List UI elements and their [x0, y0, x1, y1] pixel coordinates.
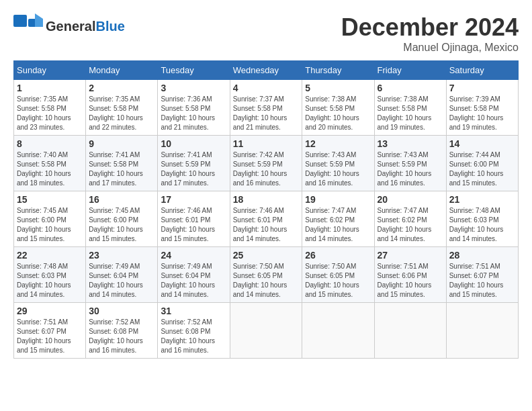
day-number: 30: [89, 306, 154, 316]
calendar-cell: 23 Sunrise: 7:49 AMSunset: 6:04 PMDaylig…: [86, 247, 158, 303]
day-info: Sunrise: 7:38 AMSunset: 5:58 PMDaylight:…: [378, 95, 443, 132]
day-info: Sunrise: 7:47 AMSunset: 6:02 PMDaylight:…: [378, 206, 443, 244]
day-number: 8: [17, 138, 83, 149]
calendar-cell: 28 Sunrise: 7:51 AMSunset: 6:07 PMDaylig…: [446, 247, 518, 303]
day-info: Sunrise: 7:47 AMSunset: 6:02 PMDaylight:…: [305, 206, 371, 244]
svg-marker-2: [35, 13, 43, 27]
day-number: 4: [233, 83, 300, 93]
day-info: Sunrise: 7:38 AMSunset: 5:58 PMDaylight:…: [305, 95, 371, 132]
day-number: 13: [378, 138, 443, 149]
day-info: Sunrise: 7:46 AMSunset: 6:01 PMDaylight:…: [161, 206, 226, 244]
day-info: Sunrise: 7:45 AMSunset: 6:00 PMDaylight:…: [89, 206, 154, 244]
day-number: 29: [17, 306, 83, 316]
day-info: Sunrise: 7:48 AMSunset: 6:03 PMDaylight:…: [17, 262, 83, 300]
day-number: 9: [89, 138, 154, 149]
logo: GeneralBlue: [13, 13, 125, 39]
calendar-cell: 6 Sunrise: 7:38 AMSunset: 5:58 PMDayligh…: [374, 80, 446, 136]
svg-rect-0: [13, 15, 27, 27]
calendar-cell: 14 Sunrise: 7:44 AMSunset: 6:00 PMDaylig…: [446, 136, 518, 191]
day-number: 24: [161, 250, 226, 261]
calendar-cell: [302, 303, 374, 359]
day-info: Sunrise: 7:48 AMSunset: 6:03 PMDaylight:…: [449, 206, 515, 244]
day-info: Sunrise: 7:37 AMSunset: 5:58 PMDaylight:…: [233, 95, 300, 132]
calendar-week-row: 8 Sunrise: 7:40 AMSunset: 5:58 PMDayligh…: [14, 136, 519, 191]
calendar-cell: 18 Sunrise: 7:46 AMSunset: 6:01 PMDaylig…: [230, 191, 302, 247]
day-info: Sunrise: 7:42 AMSunset: 5:59 PMDaylight:…: [233, 150, 300, 188]
calendar: SundayMondayTuesdayWednesdayThursdayFrid…: [13, 60, 519, 359]
day-info: Sunrise: 7:39 AMSunset: 5:58 PMDaylight:…: [449, 95, 515, 132]
day-number: 26: [305, 250, 371, 261]
day-number: 19: [305, 194, 371, 205]
calendar-cell: [446, 303, 518, 359]
day-number: 11: [233, 138, 300, 149]
calendar-cell: 24 Sunrise: 7:49 AMSunset: 6:04 PMDaylig…: [158, 247, 230, 303]
calendar-cell: 15 Sunrise: 7:45 AMSunset: 6:00 PMDaylig…: [14, 191, 86, 247]
weekday-header-row: SundayMondayTuesdayWednesdayThursdayFrid…: [14, 61, 519, 80]
calendar-cell: 8 Sunrise: 7:40 AMSunset: 5:58 PMDayligh…: [14, 136, 86, 191]
weekday-header: Saturday: [446, 61, 518, 80]
day-info: Sunrise: 7:50 AMSunset: 6:05 PMDaylight:…: [305, 262, 371, 300]
calendar-cell: 17 Sunrise: 7:46 AMSunset: 6:01 PMDaylig…: [158, 191, 230, 247]
calendar-cell: 29 Sunrise: 7:51 AMSunset: 6:07 PMDaylig…: [14, 303, 86, 359]
day-info: Sunrise: 7:40 AMSunset: 5:58 PMDaylight:…: [17, 150, 83, 188]
day-number: 17: [161, 194, 226, 205]
title-block: December 2024 Manuel Ojinaga, Mexico: [341, 13, 519, 54]
weekday-header: Wednesday: [230, 61, 302, 80]
day-number: 15: [17, 194, 83, 205]
calendar-cell: 22 Sunrise: 7:48 AMSunset: 6:03 PMDaylig…: [14, 247, 86, 303]
day-info: Sunrise: 7:50 AMSunset: 6:05 PMDaylight:…: [233, 262, 300, 300]
weekday-header: Thursday: [302, 61, 374, 80]
calendar-cell: 30 Sunrise: 7:52 AMSunset: 6:08 PMDaylig…: [86, 303, 158, 359]
weekday-header: Sunday: [14, 61, 86, 80]
calendar-cell: 21 Sunrise: 7:48 AMSunset: 6:03 PMDaylig…: [446, 191, 518, 247]
day-number: 20: [378, 194, 443, 205]
day-number: 6: [378, 83, 443, 93]
day-number: 21: [449, 194, 515, 205]
day-number: 5: [305, 83, 371, 93]
calendar-cell: 9 Sunrise: 7:41 AMSunset: 5:58 PMDayligh…: [86, 136, 158, 191]
day-info: Sunrise: 7:49 AMSunset: 6:04 PMDaylight:…: [161, 262, 226, 300]
calendar-cell: 12 Sunrise: 7:43 AMSunset: 5:59 PMDaylig…: [302, 136, 374, 191]
day-number: 22: [17, 250, 83, 261]
calendar-cell: 4 Sunrise: 7:37 AMSunset: 5:58 PMDayligh…: [230, 80, 302, 136]
logo-general: General: [46, 19, 95, 34]
logo-icon: [13, 13, 43, 39]
calendar-cell: 7 Sunrise: 7:39 AMSunset: 5:58 PMDayligh…: [446, 80, 518, 136]
calendar-cell: 11 Sunrise: 7:42 AMSunset: 5:59 PMDaylig…: [230, 136, 302, 191]
weekday-header: Friday: [374, 61, 446, 80]
location: Manuel Ojinaga, Mexico: [341, 42, 519, 54]
day-number: 2: [89, 83, 154, 93]
day-number: 16: [89, 194, 154, 205]
month-title: December 2024: [341, 13, 519, 42]
calendar-cell: 16 Sunrise: 7:45 AMSunset: 6:00 PMDaylig…: [86, 191, 158, 247]
day-number: 1: [17, 83, 83, 93]
day-info: Sunrise: 7:43 AMSunset: 5:59 PMDaylight:…: [378, 150, 443, 188]
day-number: 18: [233, 194, 300, 205]
day-info: Sunrise: 7:51 AMSunset: 6:07 PMDaylight:…: [17, 318, 83, 355]
day-info: Sunrise: 7:35 AMSunset: 5:58 PMDaylight:…: [89, 95, 154, 132]
weekday-header: Monday: [86, 61, 158, 80]
page-header: GeneralBlue December 2024 Manuel Ojinaga…: [13, 13, 519, 54]
day-info: Sunrise: 7:51 AMSunset: 6:07 PMDaylight:…: [449, 262, 515, 300]
calendar-week-row: 22 Sunrise: 7:48 AMSunset: 6:03 PMDaylig…: [14, 247, 519, 303]
day-info: Sunrise: 7:52 AMSunset: 6:08 PMDaylight:…: [161, 318, 226, 355]
calendar-cell: 5 Sunrise: 7:38 AMSunset: 5:58 PMDayligh…: [302, 80, 374, 136]
day-info: Sunrise: 7:51 AMSunset: 6:06 PMDaylight:…: [378, 262, 443, 300]
calendar-cell: 1 Sunrise: 7:35 AMSunset: 5:58 PMDayligh…: [14, 80, 86, 136]
day-info: Sunrise: 7:35 AMSunset: 5:58 PMDaylight:…: [17, 95, 83, 132]
calendar-cell: [230, 303, 302, 359]
day-number: 31: [161, 306, 226, 316]
day-info: Sunrise: 7:43 AMSunset: 5:59 PMDaylight:…: [305, 150, 371, 188]
calendar-week-row: 29 Sunrise: 7:51 AMSunset: 6:07 PMDaylig…: [14, 303, 519, 359]
day-number: 12: [305, 138, 371, 149]
calendar-cell: 10 Sunrise: 7:41 AMSunset: 5:59 PMDaylig…: [158, 136, 230, 191]
calendar-cell: 20 Sunrise: 7:47 AMSunset: 6:02 PMDaylig…: [374, 191, 446, 247]
day-info: Sunrise: 7:49 AMSunset: 6:04 PMDaylight:…: [89, 262, 154, 300]
day-number: 25: [233, 250, 300, 261]
calendar-week-row: 15 Sunrise: 7:45 AMSunset: 6:00 PMDaylig…: [14, 191, 519, 247]
calendar-cell: 13 Sunrise: 7:43 AMSunset: 5:59 PMDaylig…: [374, 136, 446, 191]
day-info: Sunrise: 7:36 AMSunset: 5:58 PMDaylight:…: [161, 95, 226, 132]
calendar-cell: 26 Sunrise: 7:50 AMSunset: 6:05 PMDaylig…: [302, 247, 374, 303]
day-number: 7: [449, 83, 515, 93]
day-info: Sunrise: 7:45 AMSunset: 6:00 PMDaylight:…: [17, 206, 83, 244]
